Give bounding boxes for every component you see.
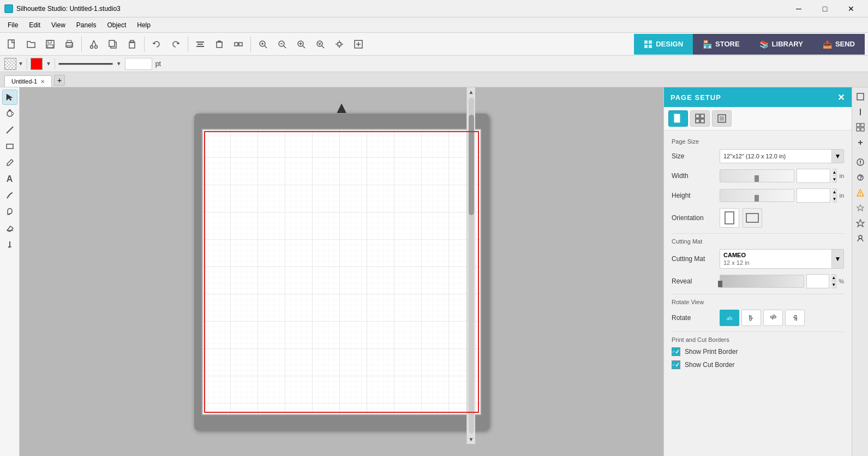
reveal-increment[interactable]: ▲	[831, 275, 836, 281]
menu-edit[interactable]: Edit	[23, 19, 46, 31]
svg-point-77	[860, 179, 861, 180]
show-cut-border-checkbox[interactable]	[672, 360, 680, 369]
pencil-tool[interactable]	[2, 155, 17, 170]
fill-dropdown-arrow[interactable]: ▼	[18, 61, 23, 67]
print-button[interactable]	[61, 35, 78, 53]
svg-rect-17	[196, 42, 204, 43]
height-increment[interactable]: ▲	[833, 189, 837, 196]
stroke-width-dropdown[interactable]: ▼	[116, 61, 122, 67]
width-decrement[interactable]: ▼	[833, 176, 837, 182]
rotate-0-button[interactable]: ab	[720, 310, 739, 326]
far-right-btn-1[interactable]	[853, 90, 867, 104]
svg-point-82	[859, 235, 862, 239]
portrait-button[interactable]	[720, 208, 739, 228]
menu-object[interactable]: Object	[102, 19, 132, 31]
save-button[interactable]	[41, 35, 59, 53]
redo-button[interactable]	[167, 35, 184, 53]
panel-tab-page[interactable]	[668, 110, 688, 127]
far-right-btn-10[interactable]	[853, 232, 867, 246]
design-label: DESIGN	[656, 40, 683, 48]
far-right-btn-6[interactable]	[853, 170, 867, 185]
undo-button[interactable]	[148, 35, 165, 53]
size-dropdown-arrow[interactable]: ▼	[831, 150, 843, 163]
reveal-input[interactable]: 0.0	[807, 275, 829, 288]
orientation-group	[720, 208, 762, 228]
zoom-in-button[interactable]	[254, 35, 272, 53]
panel-close-button[interactable]: ✕	[837, 92, 845, 103]
pan-button[interactable]	[331, 35, 348, 53]
copy-button[interactable]	[104, 35, 122, 53]
panel-tab-grid[interactable]	[690, 110, 710, 127]
far-right-btn-4[interactable]	[853, 135, 867, 150]
far-right-btn-8[interactable]	[853, 201, 867, 215]
scroll-down-arrow[interactable]: ▼	[469, 435, 474, 444]
store-nav-button[interactable]: 🏪 STORE	[693, 34, 750, 55]
canvas-area[interactable]: ▲	[20, 87, 663, 456]
zoom-fit-button[interactable]	[292, 35, 310, 53]
add-page-button[interactable]	[350, 35, 367, 53]
vscroll-thumb[interactable]	[469, 115, 474, 216]
far-right-btn-5[interactable]	[853, 155, 867, 169]
eraser-tool[interactable]	[2, 221, 17, 236]
far-right-btn-9[interactable]	[853, 216, 867, 230]
close-button[interactable]: ✕	[839, 0, 864, 17]
svg-line-37	[322, 46, 324, 48]
height-decrement[interactable]: ▼	[833, 196, 837, 202]
stroke-color-indicator[interactable]	[31, 58, 43, 70]
panel-tab-advanced[interactable]	[712, 110, 732, 127]
reveal-decrement[interactable]: ▼	[831, 281, 836, 288]
rotate-180-button[interactable]: qb	[763, 310, 783, 326]
tab-untitled-1[interactable]: Untitled-1 ✕	[4, 75, 52, 87]
rotate-view-section-label: Rotate View	[672, 299, 844, 305]
paint-tool[interactable]	[2, 204, 17, 220]
text-tool[interactable]: A	[2, 171, 17, 187]
svg-rect-38	[338, 43, 341, 46]
reveal-slider[interactable]	[720, 275, 804, 288]
height-input[interactable]: 12.000	[797, 189, 830, 202]
rotate-90-button[interactable]: ab	[741, 310, 761, 326]
rotate-270-button[interactable]: ab	[785, 310, 805, 326]
tab-close-button[interactable]: ✕	[40, 79, 45, 85]
node-edit-tool[interactable]	[2, 106, 17, 121]
group-button[interactable]	[230, 35, 247, 53]
menu-panels[interactable]: Panels	[71, 19, 102, 31]
zoom-out-button[interactable]	[273, 35, 291, 53]
send-nav-button[interactable]: 📤 SEND	[813, 34, 865, 55]
svg-rect-65	[725, 212, 734, 224]
library-nav-button[interactable]: 📚 LIBRARY	[750, 34, 813, 55]
stroke-value-input[interactable]: 0.00	[125, 58, 152, 70]
open-button[interactable]	[22, 35, 40, 53]
line-tool[interactable]	[2, 122, 17, 138]
paste-button[interactable]	[123, 35, 141, 53]
vertical-scrollbar[interactable]: ▲ ▼	[466, 87, 475, 444]
delete-button[interactable]	[211, 35, 228, 53]
landscape-button[interactable]	[743, 208, 762, 228]
maximize-button[interactable]: □	[812, 0, 837, 17]
menu-file[interactable]: File	[2, 19, 23, 31]
menu-view[interactable]: View	[46, 19, 71, 31]
scroll-up-arrow[interactable]: ▲	[469, 87, 474, 97]
zoom-sel-button[interactable]	[312, 35, 329, 53]
pen-tool[interactable]	[2, 237, 17, 252]
width-increment[interactable]: ▲	[833, 169, 837, 176]
show-print-border-checkbox[interactable]	[672, 347, 680, 356]
vscroll-track[interactable]	[469, 98, 474, 434]
far-right-btn-2[interactable]	[853, 105, 867, 119]
width-input[interactable]: 12.000	[797, 169, 830, 182]
stroke-color-dropdown[interactable]: ▼	[46, 61, 51, 67]
select-tool[interactable]	[2, 90, 17, 105]
cutting-mat-dropdown[interactable]: ▼	[831, 250, 843, 268]
calligraphy-tool[interactable]	[2, 188, 17, 203]
rectangle-tool[interactable]	[2, 139, 17, 154]
far-right-btn-7[interactable]	[853, 186, 867, 200]
far-right-btn-3[interactable]	[853, 120, 867, 134]
tab-add-button[interactable]: +	[54, 75, 65, 86]
cutting-mat-section-label: Cutting Mat	[672, 238, 844, 245]
minimize-button[interactable]: ─	[786, 0, 811, 17]
align-button[interactable]	[191, 35, 209, 53]
new-button[interactable]	[3, 35, 21, 53]
cut-button[interactable]	[85, 35, 103, 53]
fill-color-indicator[interactable]	[4, 58, 16, 70]
design-nav-button[interactable]: DESIGN	[634, 34, 693, 55]
menu-help[interactable]: Help	[131, 19, 156, 31]
